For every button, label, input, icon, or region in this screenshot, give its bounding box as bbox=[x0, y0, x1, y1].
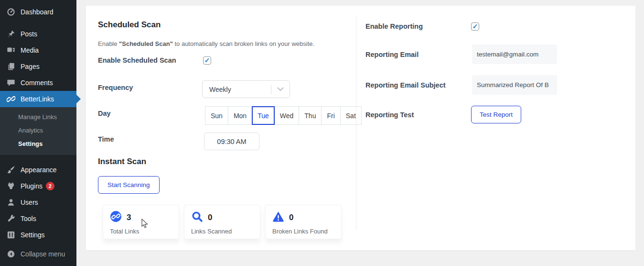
day-option-wed[interactable]: Wed bbox=[274, 106, 300, 125]
scheduled-scan-title: Scheduled Scan bbox=[98, 20, 161, 30]
day-option-sun[interactable]: Sun bbox=[205, 106, 228, 125]
broken-links-card: 0 Broken Links Found bbox=[265, 205, 342, 239]
sidebar-item-label: Collapse menu bbox=[21, 250, 65, 258]
sidebar-item-tools[interactable]: Tools bbox=[0, 211, 76, 227]
betterlinks-submenu: Manage Links Analytics Settings bbox=[0, 107, 76, 155]
reporting-email-subject-label: Reporting Email Subject bbox=[365, 81, 446, 89]
description-suffix: to automatically scan broken links on yo… bbox=[173, 40, 314, 47]
admin-sidebar: Dashboard Posts Media Pages Comments Bet… bbox=[0, 0, 76, 266]
sidebar-item-label: Settings bbox=[21, 231, 45, 239]
active-menu-arrow-icon bbox=[76, 95, 81, 103]
sidebar-item-dashboard[interactable]: Dashboard bbox=[0, 4, 76, 20]
sidebar-item-label: Media bbox=[21, 46, 39, 54]
warning-icon bbox=[272, 211, 284, 224]
total-links-label: Total Links bbox=[110, 228, 172, 235]
sidebar-item-plugins[interactable]: Plugins 2 bbox=[0, 178, 76, 194]
pages-icon bbox=[6, 62, 16, 71]
day-option-mon[interactable]: Mon bbox=[228, 106, 252, 125]
instant-scan-title: Instant Scan bbox=[98, 157, 146, 166]
submenu-item-settings[interactable]: Settings bbox=[0, 137, 76, 151]
links-scanned-label: Links Scanned bbox=[191, 228, 253, 235]
enable-reporting-checkbox[interactable]: ✓ bbox=[471, 22, 479, 31]
time-label: Time bbox=[98, 135, 114, 143]
media-icon bbox=[6, 45, 16, 55]
sliders-icon bbox=[6, 230, 16, 240]
reporting-email-subject-input[interactable] bbox=[472, 75, 557, 95]
test-report-button[interactable]: Test Report bbox=[471, 106, 521, 123]
sidebar-item-label: Tools bbox=[21, 215, 36, 222]
plug-icon bbox=[6, 181, 16, 191]
brush-icon bbox=[6, 165, 16, 175]
day-option-thu[interactable]: Thu bbox=[299, 106, 322, 125]
total-links-value: 3 bbox=[127, 213, 131, 222]
day-option-tue[interactable]: Tue bbox=[252, 106, 275, 125]
links-scanned-card: 0 Links Scanned bbox=[184, 205, 260, 239]
sidebar-item-settings[interactable]: Settings bbox=[0, 227, 76, 243]
link-icon bbox=[110, 211, 122, 224]
day-option-sat[interactable]: Sat bbox=[340, 106, 362, 125]
sidebar-item-label: Dashboard bbox=[21, 8, 54, 16]
plugins-update-badge: 2 bbox=[46, 182, 54, 190]
links-scanned-value: 0 bbox=[208, 213, 212, 222]
sidebar-item-media[interactable]: Media bbox=[0, 42, 76, 58]
frequency-value: Weekly bbox=[203, 86, 271, 93]
pushpin-icon bbox=[6, 29, 16, 39]
chain-link-icon bbox=[6, 94, 16, 104]
sidebar-item-pages[interactable]: Pages bbox=[0, 58, 76, 75]
time-input[interactable]: 09:30 AM bbox=[204, 133, 259, 150]
settings-panel: Scheduled Scan Enable "Scheduled Scan" t… bbox=[86, 6, 635, 250]
reporting-email-label: Reporting Email bbox=[365, 51, 419, 58]
sidebar-item-label: BetterLinks bbox=[21, 95, 54, 103]
menu-separator bbox=[0, 20, 76, 26]
broken-links-label: Broken Links Found bbox=[272, 228, 334, 235]
sidebar-item-users[interactable]: Users bbox=[0, 194, 76, 211]
reporting-test-label: Reporting Test bbox=[365, 111, 414, 119]
sidebar-item-posts[interactable]: Posts bbox=[0, 26, 76, 42]
submenu-item-manage-links[interactable]: Manage Links bbox=[0, 111, 76, 124]
column-divider bbox=[356, 17, 356, 231]
day-option-fri[interactable]: Fri bbox=[321, 106, 340, 125]
dashboard-icon bbox=[6, 7, 16, 17]
day-label: Day bbox=[98, 110, 111, 117]
description-bold: "Scheduled Scan" bbox=[119, 40, 173, 47]
broken-links-value: 0 bbox=[289, 213, 293, 222]
sidebar-item-appearance[interactable]: Appearance bbox=[0, 162, 76, 178]
description-prefix: Enable bbox=[98, 40, 119, 47]
collapse-menu-button[interactable]: Collapse menu bbox=[0, 246, 76, 262]
wrench-icon bbox=[6, 214, 16, 223]
sidebar-item-comments[interactable]: Comments bbox=[0, 75, 76, 91]
start-scanning-button[interactable]: Start Scanning bbox=[98, 176, 160, 194]
scheduled-scan-description: Enable "Scheduled Scan" to automatically… bbox=[98, 40, 314, 47]
checkmark-icon: ✓ bbox=[204, 57, 210, 64]
sidebar-item-label: Appearance bbox=[21, 166, 57, 174]
enable-scheduled-scan-label: Enable Scheduled Scan bbox=[98, 56, 176, 64]
menu-separator bbox=[0, 155, 76, 162]
collapse-icon bbox=[6, 249, 16, 259]
sidebar-item-label: Pages bbox=[21, 63, 40, 70]
enable-scheduled-scan-checkbox[interactable]: ✓ bbox=[203, 56, 211, 65]
chevron-down-icon bbox=[271, 87, 290, 91]
search-icon bbox=[191, 211, 203, 224]
reporting-email-input[interactable] bbox=[472, 44, 557, 64]
sidebar-item-label: Users bbox=[21, 199, 38, 206]
enable-reporting-label: Enable Reporting bbox=[365, 22, 423, 30]
sidebar-item-label: Plugins bbox=[21, 182, 43, 190]
comment-icon bbox=[6, 78, 16, 88]
frequency-label: Frequency bbox=[98, 84, 133, 91]
day-picker: Sun Mon Tue Wed Thu Fri Sat bbox=[205, 106, 362, 125]
sidebar-item-betterlinks[interactable]: BetterLinks bbox=[0, 91, 76, 107]
checkmark-icon: ✓ bbox=[472, 23, 478, 30]
scan-stats-cards: 3 Total Links 0 Links Scanned 0 Broken L… bbox=[103, 205, 342, 239]
sidebar-item-label: Posts bbox=[21, 30, 37, 38]
submenu-item-analytics[interactable]: Analytics bbox=[0, 124, 76, 137]
user-icon bbox=[6, 198, 16, 207]
total-links-card: 3 Total Links bbox=[103, 205, 179, 239]
sidebar-item-label: Comments bbox=[21, 79, 53, 87]
frequency-select[interactable]: Weekly bbox=[202, 80, 290, 98]
